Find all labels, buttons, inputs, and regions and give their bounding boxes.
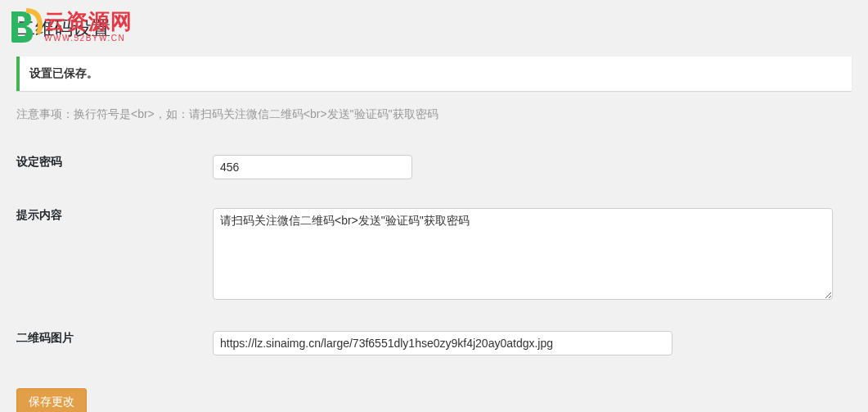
page-wrap: 二维码设置 设置已保存。 注意事项：换行符号是<br>，如：请扫码关注微信二维码… [0, 0, 868, 412]
hint-textarea[interactable]: 请扫码关注微信二维码<br>发送"验证码"获取密码 [213, 208, 833, 300]
label-hint: 提示内容 [16, 196, 213, 319]
page-title: 二维码设置 [16, 8, 852, 44]
row-hint: 提示内容 请扫码关注微信二维码<br>发送"验证码"获取密码 [16, 196, 852, 319]
row-qrcode-image: 二维码图片 [16, 319, 852, 372]
password-input[interactable] [213, 155, 412, 179]
logo-sub-text: WWW.52BYW.CN [44, 34, 133, 43]
success-notice: 设置已保存。 [16, 57, 852, 91]
logo-main-text: 云资源网 [44, 11, 133, 32]
qrcode-image-input[interactable] [213, 331, 672, 355]
logo-watermark: 云资源网 WWW.52BYW.CN [7, 7, 133, 46]
logo-text-wrap: 云资源网 WWW.52BYW.CN [44, 11, 133, 43]
notice-message: 设置已保存。 [29, 66, 842, 81]
label-password: 设定密码 [16, 143, 213, 196]
logo-icon [7, 7, 46, 46]
note-text: 注意事项：换行符号是<br>，如：请扫码关注微信二维码<br>发送"验证码"获取… [16, 107, 852, 122]
label-qrcode-image: 二维码图片 [16, 319, 213, 372]
save-button[interactable]: 保存更改 [16, 388, 87, 412]
settings-form-table: 设定密码 提示内容 请扫码关注微信二维码<br>发送"验证码"获取密码 二维码图… [16, 143, 852, 372]
submit-wrap: 保存更改 [16, 388, 852, 412]
row-password: 设定密码 [16, 143, 852, 196]
